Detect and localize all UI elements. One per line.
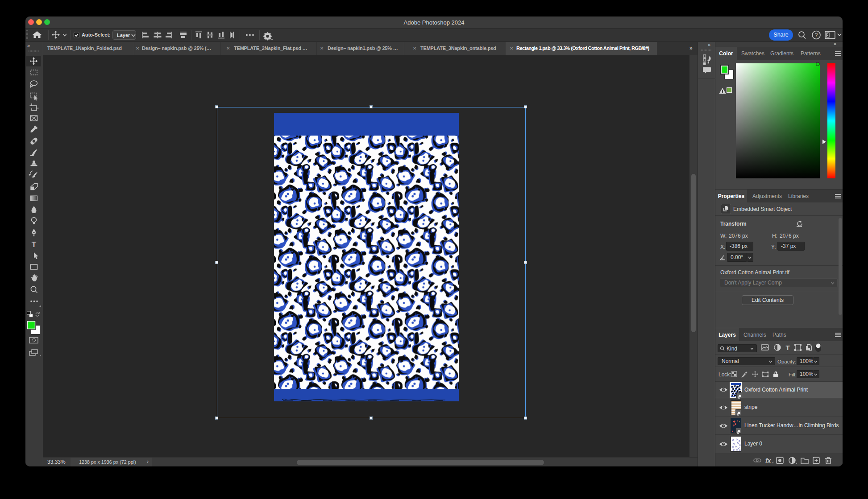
svg-text:»: » (27, 43, 30, 48)
svg-text:?: ? (815, 32, 818, 38)
svg-text:T: T (32, 240, 37, 249)
svg-text:T: T (785, 344, 789, 351)
svg-text:fx: fx (765, 457, 772, 464)
